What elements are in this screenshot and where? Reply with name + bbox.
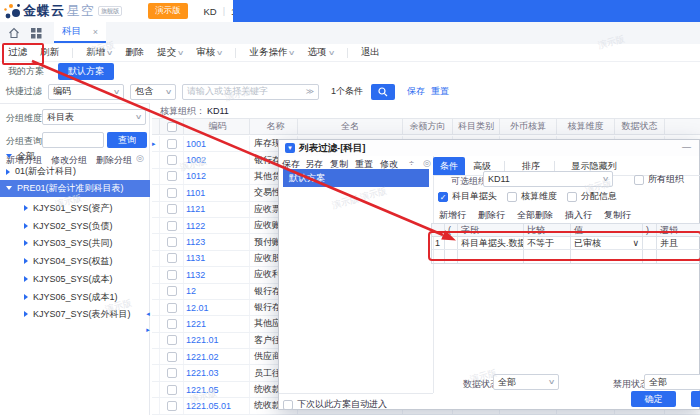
sidebar-tree-item[interactable]: KJYS02_SYS(负债) [0, 218, 150, 235]
tab-close-icon[interactable]: × [93, 27, 98, 37]
row-checkbox[interactable] [167, 171, 177, 181]
select-all-checkbox[interactable] [167, 122, 177, 132]
row-checkbox[interactable] [167, 155, 177, 165]
divide-layout-icon[interactable]: ÷ [409, 158, 414, 168]
toolbar-button-审核[interactable]: 审核∨ [196, 46, 222, 59]
tree-expand-icon[interactable] [6, 154, 12, 158]
toolbar-button-提交[interactable]: 提交∨ [157, 46, 183, 59]
dialog-tab-条件[interactable]: 条件 [433, 157, 465, 175]
account-code-link[interactable]: 1221.05.01 [186, 401, 231, 411]
account-code-link[interactable]: 1123 [186, 237, 205, 247]
dialog-gear-icon[interactable]: ◎ [423, 158, 431, 168]
tab-accounts[interactable]: 科目 × [54, 22, 106, 43]
row-checkbox[interactable] [167, 286, 177, 296]
row-checkbox[interactable] [167, 204, 177, 214]
apps-grid-icon[interactable] [31, 28, 42, 39]
dimension-select[interactable]: 科目表∨ [42, 109, 146, 125]
scope-option-分配信息[interactable]: 分配信息 [567, 190, 617, 203]
dialog-scheme-item[interactable]: 默认方案 [283, 169, 429, 187]
row-checkbox[interactable] [167, 319, 177, 329]
toolbar-button-新增[interactable]: 新增∨ [86, 46, 112, 59]
tree-collapse-icon[interactable] [24, 294, 28, 300]
home-icon[interactable] [8, 27, 20, 39]
default-scheme-chip[interactable]: 默认方案 [58, 63, 114, 80]
toolbar-button-选项[interactable]: 选项∨ [308, 46, 334, 59]
account-code-link[interactable]: 12.01 [186, 303, 209, 313]
grid-action-复制行[interactable]: 复制行 [604, 209, 631, 222]
minimize-icon[interactable]: — [682, 142, 691, 152]
account-code-link[interactable]: 1221.03 [186, 368, 219, 378]
grid-action-删除行[interactable]: 删除行 [478, 209, 505, 222]
account-code-link[interactable]: 1001 [186, 139, 206, 149]
sidebar-tree-item[interactable]: 全部 [0, 148, 150, 165]
cancel-button[interactable]: 取消 [691, 391, 700, 407]
filter-field-select[interactable]: 编码∨ [48, 84, 124, 100]
account-code-link[interactable]: 1122 [186, 221, 205, 231]
row-checkbox[interactable] [167, 139, 177, 149]
scope-checkbox[interactable] [507, 192, 517, 202]
row-checkbox[interactable] [167, 221, 177, 231]
sidebar-tree-item[interactable]: KJYS06_SYS(成本1) [0, 289, 150, 306]
grid-action-全部删除[interactable]: 全部删除 [517, 209, 553, 222]
group-search-input[interactable] [42, 132, 104, 148]
row-checkbox[interactable] [167, 303, 177, 313]
sidebar-tree-item[interactable]: 01(新会计科目) [0, 163, 150, 180]
account-code-link[interactable]: 1121 [186, 204, 205, 214]
grid-action-插入行[interactable]: 插入行 [565, 209, 592, 222]
account-code-link[interactable]: 12 [186, 286, 196, 296]
account-code-link[interactable]: 1221.05 [186, 385, 219, 395]
expand-chevrons-icon[interactable]: ≫ [306, 87, 314, 96]
dialog-title-bar[interactable]: ▼ 列表过滤-[科目] — [279, 140, 699, 156]
row-checkbox[interactable] [167, 237, 177, 247]
row-checkbox[interactable] [167, 335, 177, 345]
row-checkbox[interactable] [167, 368, 177, 378]
tree-collapse-icon[interactable] [24, 276, 28, 282]
account-code-link[interactable]: 1221 [186, 319, 206, 329]
grid-action-新增行[interactable]: 新增行 [439, 209, 466, 222]
toolbar-button-业务操作[interactable]: 业务操作∨ [249, 46, 294, 59]
row-checkbox[interactable] [167, 401, 177, 411]
data-status-select[interactable]: 全部∨ [493, 374, 559, 390]
my-scheme-label[interactable]: 我的方案 [8, 65, 44, 78]
tree-collapse-icon[interactable] [24, 223, 28, 229]
row-checkbox[interactable] [167, 352, 177, 362]
sidebar-tree-item[interactable]: KJYS05_SYS(成本) [0, 271, 150, 288]
disable-status-select[interactable]: 全部 [644, 374, 700, 390]
tree-collapse-icon[interactable] [24, 258, 28, 264]
row-checkbox[interactable] [167, 270, 177, 280]
scope-option-科目单据头[interactable]: ✓科目单据头 [438, 190, 497, 203]
account-code-link[interactable]: 1101 [186, 188, 205, 198]
scope-option-核算维度[interactable]: 核算维度 [507, 190, 557, 203]
row-checkbox[interactable] [167, 385, 177, 395]
toolbar-button-退出[interactable]: 退出 [361, 46, 380, 59]
search-button[interactable] [371, 84, 395, 100]
condition-count[interactable]: 1个条件 [331, 85, 363, 98]
ok-button[interactable]: 确定 [631, 391, 676, 407]
tree-collapse-icon[interactable] [24, 311, 28, 317]
all-orgs-checkbox[interactable] [634, 175, 644, 185]
filter-operator-select[interactable]: 包含∨ [130, 84, 176, 100]
account-code-link[interactable]: 1221.01 [186, 335, 219, 345]
toolbar-button-删除[interactable]: 删除 [125, 46, 144, 59]
save-filter-button[interactable]: 保存 [407, 85, 425, 98]
all-orgs-option[interactable]: 所有组织 [634, 173, 684, 186]
sidebar-tree-item[interactable]: KJYS04_SYS(权益) [0, 253, 150, 270]
account-code-link[interactable]: 1002 [186, 155, 206, 165]
scope-checkbox[interactable] [567, 192, 577, 202]
tree-collapse-icon[interactable] [6, 169, 10, 175]
tree-expand-icon[interactable] [6, 186, 12, 190]
tree-collapse-icon[interactable] [24, 240, 28, 246]
sidebar-tree-item[interactable]: KJYS01_SYS(资产) [0, 200, 150, 217]
reset-filter-button[interactable]: 重置 [431, 85, 449, 98]
account-code-link[interactable]: 1012 [186, 171, 206, 181]
sidebar-tree-item[interactable]: KJYS03_SYS(共同) [0, 235, 150, 252]
sidebar-tree-item[interactable]: KJYS07_SYS(表外科目) [0, 306, 150, 323]
sidebar-tree-item[interactable]: PRE01(新会计准则科目表) [0, 180, 150, 197]
selectable-org-select[interactable]: KD11∨ [483, 171, 613, 187]
row-checkbox[interactable] [167, 188, 177, 198]
account-code-link[interactable]: 1131 [186, 253, 205, 263]
keyword-input[interactable]: 请输入或选择关键字 ≫ [182, 84, 319, 100]
scope-checkbox[interactable]: ✓ [438, 192, 448, 202]
group-search-button[interactable]: 查询 [107, 132, 147, 148]
account-code-link[interactable]: 1221.02 [186, 352, 219, 362]
